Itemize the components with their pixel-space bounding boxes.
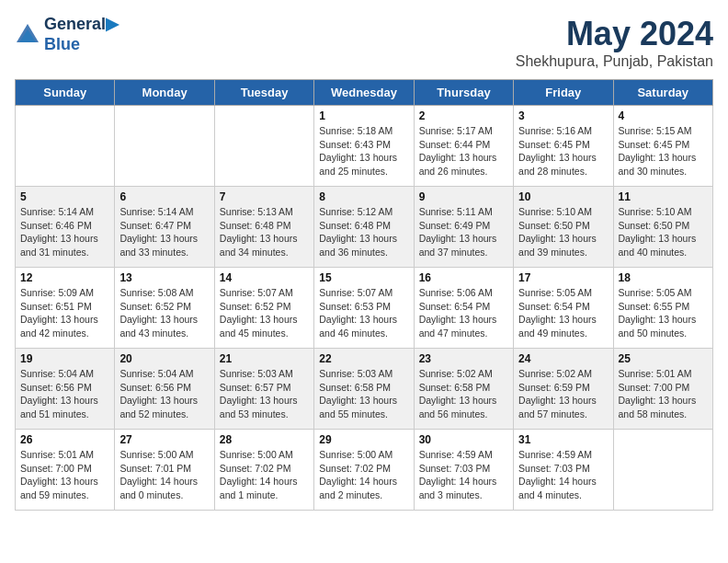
calendar-cell: 26Sunrise: 5:01 AMSunset: 7:00 PMDayligh… xyxy=(16,430,115,511)
calendar-week-row: 26Sunrise: 5:01 AMSunset: 7:00 PMDayligh… xyxy=(16,430,713,511)
calendar-cell: 29Sunrise: 5:00 AMSunset: 7:02 PMDayligh… xyxy=(314,430,414,511)
calendar-cell: 9Sunrise: 5:11 AMSunset: 6:49 PMDaylight… xyxy=(414,187,513,268)
calendar-cell: 22Sunrise: 5:03 AMSunset: 6:58 PMDayligh… xyxy=(314,349,414,430)
calendar-cell: 20Sunrise: 5:04 AMSunset: 6:56 PMDayligh… xyxy=(115,349,214,430)
calendar-week-row: 1Sunrise: 5:18 AMSunset: 6:43 PMDaylight… xyxy=(16,106,713,187)
day-number: 2 xyxy=(419,109,508,122)
day-number: 22 xyxy=(319,352,408,365)
calendar-table: SundayMondayTuesdayWednesdayThursdayFrid… xyxy=(15,79,713,511)
day-number: 10 xyxy=(518,190,608,203)
day-detail: Sunrise: 5:05 AMSunset: 6:54 PMDaylight:… xyxy=(518,286,608,340)
day-number: 24 xyxy=(518,352,608,365)
day-number: 16 xyxy=(419,271,508,284)
calendar-cell xyxy=(214,106,313,187)
calendar-cell: 30Sunrise: 4:59 AMSunset: 7:03 PMDayligh… xyxy=(414,430,513,511)
day-number: 21 xyxy=(220,352,309,365)
day-detail: Sunrise: 5:01 AMSunset: 7:00 PMDaylight:… xyxy=(20,448,109,502)
calendar-cell: 12Sunrise: 5:09 AMSunset: 6:51 PMDayligh… xyxy=(16,268,115,349)
day-number: 7 xyxy=(220,190,309,203)
calendar-cell: 7Sunrise: 5:13 AMSunset: 6:48 PMDaylight… xyxy=(214,187,313,268)
calendar-week-row: 12Sunrise: 5:09 AMSunset: 6:51 PMDayligh… xyxy=(16,268,713,349)
day-number: 17 xyxy=(518,271,608,284)
calendar-week-row: 5Sunrise: 5:14 AMSunset: 6:46 PMDaylight… xyxy=(16,187,713,268)
calendar-cell xyxy=(115,106,214,187)
day-number: 1 xyxy=(319,109,408,122)
calendar-cell: 11Sunrise: 5:10 AMSunset: 6:50 PMDayligh… xyxy=(613,187,712,268)
calendar-cell xyxy=(16,106,115,187)
month-title: May 2024 xyxy=(516,15,713,53)
day-detail: Sunrise: 5:18 AMSunset: 6:43 PMDaylight:… xyxy=(319,124,408,178)
calendar-cell: 24Sunrise: 5:02 AMSunset: 6:59 PMDayligh… xyxy=(514,349,613,430)
location: Shekhupura, Punjab, Pakistan xyxy=(516,53,713,70)
logo: General▶ Blue xyxy=(15,15,119,54)
day-number: 11 xyxy=(619,190,708,203)
day-detail: Sunrise: 5:03 AMSunset: 6:58 PMDaylight:… xyxy=(319,367,408,421)
calendar-cell xyxy=(613,430,712,511)
day-number: 6 xyxy=(119,190,209,203)
day-number: 30 xyxy=(419,433,508,446)
day-detail: Sunrise: 5:08 AMSunset: 6:52 PMDaylight:… xyxy=(119,286,209,340)
day-detail: Sunrise: 5:09 AMSunset: 6:51 PMDaylight:… xyxy=(20,286,109,340)
page-header: General▶ Blue May 2024 Shekhupura, Punja… xyxy=(15,15,713,70)
day-detail: Sunrise: 5:14 AMSunset: 6:47 PMDaylight:… xyxy=(119,205,209,259)
day-detail: Sunrise: 5:05 AMSunset: 6:55 PMDaylight:… xyxy=(619,286,708,340)
calendar-cell: 6Sunrise: 5:14 AMSunset: 6:47 PMDaylight… xyxy=(115,187,214,268)
calendar-cell: 17Sunrise: 5:05 AMSunset: 6:54 PMDayligh… xyxy=(514,268,613,349)
day-number: 28 xyxy=(220,433,309,446)
column-header-thursday: Thursday xyxy=(414,80,513,106)
day-number: 20 xyxy=(119,352,209,365)
calendar-cell: 28Sunrise: 5:00 AMSunset: 7:02 PMDayligh… xyxy=(214,430,313,511)
calendar-cell: 8Sunrise: 5:12 AMSunset: 6:48 PMDaylight… xyxy=(314,187,414,268)
day-detail: Sunrise: 5:12 AMSunset: 6:48 PMDaylight:… xyxy=(319,205,408,259)
calendar-cell: 21Sunrise: 5:03 AMSunset: 6:57 PMDayligh… xyxy=(214,349,313,430)
logo-icon xyxy=(15,22,40,48)
day-number: 31 xyxy=(518,433,608,446)
day-detail: Sunrise: 5:10 AMSunset: 6:50 PMDaylight:… xyxy=(619,205,708,259)
day-detail: Sunrise: 5:04 AMSunset: 6:56 PMDaylight:… xyxy=(119,367,209,421)
calendar-week-row: 19Sunrise: 5:04 AMSunset: 6:56 PMDayligh… xyxy=(16,349,713,430)
day-detail: Sunrise: 5:04 AMSunset: 6:56 PMDaylight:… xyxy=(20,367,109,421)
day-number: 8 xyxy=(319,190,408,203)
day-detail: Sunrise: 5:07 AMSunset: 6:53 PMDaylight:… xyxy=(319,286,408,340)
day-number: 23 xyxy=(419,352,508,365)
calendar-cell: 23Sunrise: 5:02 AMSunset: 6:58 PMDayligh… xyxy=(414,349,513,430)
day-number: 12 xyxy=(20,271,109,284)
column-header-wednesday: Wednesday xyxy=(314,80,414,106)
day-detail: Sunrise: 5:01 AMSunset: 7:00 PMDaylight:… xyxy=(619,367,708,421)
column-header-monday: Monday xyxy=(115,80,214,106)
day-number: 15 xyxy=(319,271,408,284)
calendar-cell: 13Sunrise: 5:08 AMSunset: 6:52 PMDayligh… xyxy=(115,268,214,349)
calendar-cell: 1Sunrise: 5:18 AMSunset: 6:43 PMDaylight… xyxy=(314,106,414,187)
day-detail: Sunrise: 5:11 AMSunset: 6:49 PMDaylight:… xyxy=(419,205,508,259)
calendar-cell: 4Sunrise: 5:15 AMSunset: 6:45 PMDaylight… xyxy=(613,106,712,187)
day-detail: Sunrise: 5:14 AMSunset: 6:46 PMDaylight:… xyxy=(20,205,109,259)
day-detail: Sunrise: 5:00 AMSunset: 7:02 PMDaylight:… xyxy=(220,448,309,502)
day-detail: Sunrise: 5:17 AMSunset: 6:44 PMDaylight:… xyxy=(419,124,508,178)
calendar-cell: 19Sunrise: 5:04 AMSunset: 6:56 PMDayligh… xyxy=(16,349,115,430)
day-number: 19 xyxy=(20,352,109,365)
day-number: 26 xyxy=(20,433,109,446)
day-detail: Sunrise: 5:03 AMSunset: 6:57 PMDaylight:… xyxy=(220,367,309,421)
day-detail: Sunrise: 5:02 AMSunset: 6:59 PMDaylight:… xyxy=(518,367,608,421)
column-header-friday: Friday xyxy=(514,80,613,106)
day-detail: Sunrise: 5:00 AMSunset: 7:02 PMDaylight:… xyxy=(319,448,408,502)
day-number: 18 xyxy=(619,271,708,284)
day-detail: Sunrise: 5:07 AMSunset: 6:52 PMDaylight:… xyxy=(220,286,309,340)
calendar-cell: 5Sunrise: 5:14 AMSunset: 6:46 PMDaylight… xyxy=(16,187,115,268)
day-detail: Sunrise: 5:10 AMSunset: 6:50 PMDaylight:… xyxy=(518,205,608,259)
calendar-cell: 10Sunrise: 5:10 AMSunset: 6:50 PMDayligh… xyxy=(514,187,613,268)
title-area: May 2024 Shekhupura, Punjab, Pakistan xyxy=(516,15,713,70)
calendar-header-row: SundayMondayTuesdayWednesdayThursdayFrid… xyxy=(16,80,713,106)
day-detail: Sunrise: 5:13 AMSunset: 6:48 PMDaylight:… xyxy=(220,205,309,259)
day-detail: Sunrise: 5:00 AMSunset: 7:01 PMDaylight:… xyxy=(119,448,209,502)
day-number: 3 xyxy=(518,109,608,122)
day-detail: Sunrise: 5:15 AMSunset: 6:45 PMDaylight:… xyxy=(619,124,708,178)
calendar-cell: 27Sunrise: 5:00 AMSunset: 7:01 PMDayligh… xyxy=(115,430,214,511)
day-number: 25 xyxy=(619,352,708,365)
day-number: 9 xyxy=(419,190,508,203)
calendar-cell: 25Sunrise: 5:01 AMSunset: 7:00 PMDayligh… xyxy=(613,349,712,430)
column-header-tuesday: Tuesday xyxy=(214,80,313,106)
day-detail: Sunrise: 4:59 AMSunset: 7:03 PMDaylight:… xyxy=(419,448,508,502)
day-number: 4 xyxy=(619,109,708,122)
day-number: 27 xyxy=(119,433,209,446)
